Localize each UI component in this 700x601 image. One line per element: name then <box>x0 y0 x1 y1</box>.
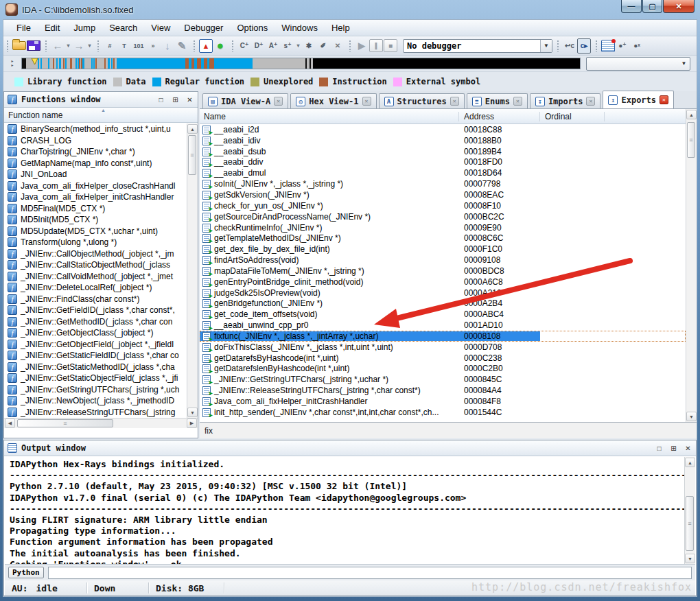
function-list-item[interactable]: fCRASH_LOG <box>4 135 187 147</box>
function-list-item[interactable]: f_JNIEnv::CallStaticObjectMethod(_jclass <box>4 259 187 271</box>
function-list-item[interactable]: f_JNIEnv::GetStaticObjectField(_jclass *… <box>4 373 187 384</box>
exports-column-header[interactable]: Name Address Ordinal <box>200 109 686 124</box>
menu-edit[interactable]: Edit <box>38 21 66 35</box>
panel-float-icon[interactable]: ⊞ <box>171 96 180 104</box>
name-column-header[interactable]: Name <box>200 112 459 121</box>
navigate-forward-icon[interactable]: → <box>72 38 86 54</box>
make-string-menu-icon[interactable]: ▾ <box>295 38 301 54</box>
export-row[interactable]: ➤check_for_yun_os(_JNIEnv *)00008F10 <box>200 200 686 211</box>
band-scale-select[interactable]: ▼ <box>586 57 690 71</box>
output-vscrollbar[interactable]: ▲ ▼ <box>684 457 695 564</box>
export-row[interactable]: ➤__aeabi_ddiv00018FD0 <box>200 157 686 168</box>
export-row[interactable]: ➤genEntryPointBridge_clinit_method(void)… <box>200 276 686 287</box>
function-list-item[interactable]: fJava_com_ali_fixHelper_initCrashHandler <box>4 191 187 203</box>
panel-maximize-icon[interactable]: □ <box>156 96 165 104</box>
analysis-problems-icon[interactable]: ▲ <box>199 39 213 53</box>
search-next-icon[interactable]: » <box>146 38 160 54</box>
function-list-item[interactable]: f_JNIEnv::CallVoidMethod(_jobject *,_jme… <box>4 271 187 283</box>
script-snippets-icon[interactable] <box>601 40 615 52</box>
functions-column-header[interactable]: Function name ▲ <box>4 108 198 123</box>
lock-highlight-icon[interactable]: ✎ <box>175 38 189 54</box>
scroll-thumb[interactable] <box>687 122 695 158</box>
tab-ida-view-a[interactable]: ▤IDA View-A✕ <box>202 93 288 108</box>
function-list-item[interactable]: f_JNIEnv::DeleteLocalRef(_jobject *) <box>4 282 187 294</box>
tab-hex-view-1[interactable]: ◎Hex View-1✕ <box>290 93 376 108</box>
scroll-thumb[interactable] <box>188 135 196 175</box>
scroll-down-icon[interactable]: ▼ <box>686 412 697 421</box>
menu-search[interactable]: Search <box>103 21 143 35</box>
scroll-down-icon[interactable]: ▼ <box>187 408 198 417</box>
export-row[interactable]: ➤get_dex_file_by_dex_file_id(int)0000F1C… <box>200 244 686 255</box>
export-row[interactable]: ➤get_code_item_offsets(void)0000ABC4 <box>200 309 686 320</box>
export-row[interactable]: ➤__aeabi_dsub000189B4 <box>200 146 686 157</box>
functions-window-titlebar[interactable]: f Functions window □ ⊞ ✕ <box>4 92 198 108</box>
menu-jump[interactable]: Jump <box>67 21 102 35</box>
menu-view[interactable]: View <box>145 21 176 35</box>
pause-process-icon[interactable]: ∥ <box>369 39 383 52</box>
output-window-titlebar[interactable]: Output window □ ⊞ ✕ <box>4 440 696 456</box>
python-command-input[interactable] <box>48 567 692 579</box>
function-name-header[interactable]: Function name <box>8 110 62 120</box>
scroll-right-icon[interactable]: ▶ <box>187 419 197 428</box>
make-code-icon[interactable]: C⁺ <box>237 38 251 54</box>
export-row[interactable]: ➤_JNIEnv::ReleaseStringUTFChars(_jstring… <box>200 385 686 396</box>
export-row[interactable]: ➤doFixThisClass(_JNIEnv *,_jclass *,int,… <box>200 342 686 353</box>
function-list-item[interactable]: fJNI_OnLoad <box>4 169 187 180</box>
function-list-item[interactable]: f_JNIEnv::GetStaticFieldID(_jclass *,cha… <box>4 350 187 362</box>
debugger-select[interactable]: No debugger ▼ <box>403 39 552 53</box>
functions-hscrollbar[interactable]: ◀ ▶ <box>4 418 198 428</box>
menu-debugger[interactable]: Debugger <box>178 21 229 35</box>
edit-function-icon[interactable]: ✐ <box>316 38 330 54</box>
tab-enums[interactable]: ≡Enums✕ <box>467 93 528 108</box>
function-list-item[interactable]: fMD5Init(MD5_CTX *) <box>4 214 187 226</box>
scroll-down-icon[interactable]: ▼ <box>685 554 695 563</box>
function-list-item[interactable]: fMD5Update(MD5_CTX *,uchar *,uint) <box>4 226 187 237</box>
function-list-item[interactable]: f_JNIEnv::GetFieldID(_jclass *,char cons… <box>4 305 187 316</box>
export-row[interactable]: ➤__aeabi_dmul00018D64 <box>200 167 686 178</box>
tab-close-icon[interactable]: ✕ <box>660 95 668 104</box>
scroll-up-icon[interactable]: ▲ <box>187 124 198 134</box>
export-row[interactable]: ➤getSourceDirAndProcessName(_JNIEnv *)00… <box>200 211 686 222</box>
function-list-item[interactable]: f_JNIEnv::ReleaseStringUTFChars(_jstring <box>4 407 187 419</box>
save-file-icon[interactable] <box>27 40 40 51</box>
export-row[interactable]: ➤checkRuntimeInfo(_JNIEnv *)00009E90 <box>200 222 686 233</box>
run-to-cursor-icon[interactable]: c▸ <box>577 38 591 54</box>
function-list-item[interactable]: f_JNIEnv::GetStaticMethodID(_jclass *,ch… <box>4 362 187 373</box>
stop-process-icon[interactable]: ■ <box>384 39 397 52</box>
menu-file[interactable]: File <box>10 21 37 35</box>
scroll-up-icon[interactable]: ▲ <box>685 458 695 467</box>
ordinal-column-header[interactable]: Ordinal <box>540 112 605 121</box>
export-row[interactable]: ➤judgeSdk25IsOPreview(void)0000A210 <box>200 287 686 298</box>
tab-close-icon[interactable]: ✕ <box>274 97 283 106</box>
export-row[interactable]: ➤__aeabi_unwind_cpp_pr00001AD10 <box>200 320 686 331</box>
start-process-icon[interactable]: ▶ <box>355 38 369 54</box>
export-row[interactable]: ➤Java_com_ali_fixHelper_initCrashHandler… <box>200 396 686 407</box>
python-prompt-button[interactable]: Python <box>8 567 44 578</box>
analysis-indicator-icon[interactable]: ● <box>213 38 227 54</box>
panel-float-icon[interactable]: ⊞ <box>669 445 678 452</box>
scroll-up-icon[interactable]: ▲ <box>686 110 697 119</box>
tab-structures[interactable]: AStructures✕ <box>379 93 465 108</box>
export-row[interactable]: ➤getTemplateMethodIDs(_JNIEnv *)00008C6C <box>200 233 686 244</box>
export-row[interactable]: ➤getDatarefslenByHashcode(int *,uint)000… <box>200 364 686 375</box>
export-row[interactable]: ➤__aeabi_i2d00018C88 <box>200 124 686 135</box>
make-name-icon[interactable]: A⁺ <box>266 38 280 54</box>
function-list-item[interactable]: fGetMapName(map_info const*,uint) <box>4 158 187 169</box>
exports-vscrollbar[interactable]: ▲ ▼ <box>686 109 697 422</box>
function-list-item[interactable]: fTransform(ulong *,ulong *) <box>4 237 187 248</box>
function-list-item[interactable]: fBinarySearch(method_info_struct *,uint,… <box>4 123 187 135</box>
scroll-thumb[interactable] <box>686 496 694 551</box>
function-list-item[interactable]: f_JNIEnv::CallObjectMethod(_jobject *,_j… <box>4 248 187 260</box>
export-row[interactable]: ➤getSdkVersion(_JNIEnv *)00008EAC <box>200 189 686 200</box>
export-row[interactable]: ➤mapDataFileToMem(_JNIEnv *,_jstring *)0… <box>200 266 686 276</box>
menu-windows[interactable]: Windows <box>275 21 324 35</box>
search-immediate-icon[interactable]: # <box>103 38 117 54</box>
navigate-back-menu-icon[interactable]: ▾ <box>65 38 71 54</box>
scroll-left-icon[interactable]: ◀ <box>5 419 15 428</box>
make-data-icon[interactable]: D⁺ <box>252 38 266 54</box>
export-row[interactable]: ➤getDatarefsByHashcode(int *,uint)0000C2… <box>200 353 686 364</box>
export-row[interactable]: ➤fixfunc(_JNIEnv *,_jclass *,_jintArray … <box>200 331 686 342</box>
function-list-item[interactable]: f_JNIEnv::GetStringUTFChars(_jstring *,u… <box>4 384 187 396</box>
make-string-icon[interactable]: s⁺ <box>281 38 294 54</box>
scroll-thumb[interactable] <box>17 419 113 427</box>
